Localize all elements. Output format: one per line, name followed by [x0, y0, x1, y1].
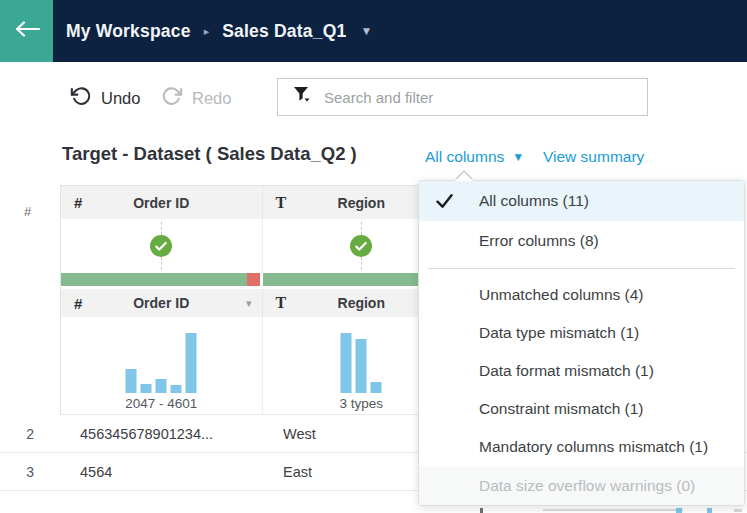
breadcrumb-separator-icon: ▸: [204, 25, 210, 38]
menu-item-label: Constraint mismatch (1): [479, 400, 644, 418]
occluded-row-fragment: [676, 508, 682, 513]
cell-order-id: 456345678901234...: [80, 415, 213, 452]
order-id-histogram: [126, 333, 197, 393]
menu-item-label: All columns (11): [479, 192, 589, 210]
columns-filter-caret-icon: ▼: [512, 150, 524, 164]
histogram-bar[interactable]: [156, 379, 167, 393]
source-column-header-order-id[interactable]: # Order ID ▾: [61, 289, 263, 317]
value-range-label: 2047 - 4601: [61, 396, 262, 411]
page-title: Target - Dataset ( Sales Data_Q2 ): [62, 143, 357, 165]
histogram-bar[interactable]: [341, 333, 352, 393]
mapping-status-row: [61, 219, 461, 273]
redo-label: Redo: [192, 89, 231, 108]
mapped-check-icon: [350, 235, 372, 257]
number-type-icon: #: [74, 194, 82, 211]
filter-funnel-icon[interactable]: [293, 85, 311, 109]
menu-item[interactable]: All columns (11): [419, 181, 744, 221]
menu-item-label: Data format mismatch (1): [479, 362, 654, 380]
redo-button[interactable]: Redo: [161, 85, 231, 111]
cell-region: East: [283, 453, 312, 490]
breadcrumb-dataset[interactable]: Sales Data_Q1: [222, 21, 346, 42]
histogram-bar[interactable]: [126, 369, 137, 393]
view-summary-link[interactable]: View summary: [543, 148, 644, 166]
column-matching-grid: # Order ID T Region: [60, 185, 461, 415]
column-name: Order ID: [133, 195, 189, 211]
match-quality-bar: [61, 273, 263, 286]
match-quality-bar-row: [61, 273, 461, 286]
cell-region: West: [283, 415, 316, 452]
menu-item[interactable]: Data type mismatch (1): [419, 314, 744, 352]
undo-label: Undo: [101, 89, 140, 108]
target-header-row: # Order ID T Region: [61, 186, 461, 219]
region-histogram: [341, 333, 382, 393]
occluded-row-fragment: [707, 508, 712, 513]
occluded-row-fragment: [543, 509, 683, 511]
column-profile-row: 2047 - 4601 3 types: [61, 317, 461, 415]
occluded-row-fragment: [734, 509, 742, 512]
text-type-icon: T: [276, 194, 287, 212]
undo-button[interactable]: Undo: [70, 85, 140, 111]
menu-item-label: Unmatched columns (4): [479, 286, 644, 304]
columns-filter-label: All columns: [425, 148, 504, 166]
breadcrumb-workspace[interactable]: My Workspace: [66, 21, 191, 42]
menu-item-label: Mandatory columns mismatch (1): [479, 438, 708, 456]
breadcrumb: My Workspace ▸ Sales Data_Q1 ▼: [66, 0, 372, 62]
row-index-header: #: [24, 204, 31, 219]
back-arrow-icon: [14, 20, 40, 42]
histogram-cell-order-id: 2047 - 4601: [61, 317, 263, 414]
menu-item-label: Data size overflow warnings (0): [479, 477, 695, 495]
menu-item[interactable]: Mandatory columns mismatch (1): [419, 428, 744, 466]
menu-item-label: Data type mismatch (1): [479, 324, 639, 342]
histogram-bar[interactable]: [186, 333, 197, 393]
dataset-menu-caret-icon[interactable]: ▼: [360, 24, 372, 38]
histogram-bar[interactable]: [356, 339, 367, 393]
match-ok-segment[interactable]: [61, 273, 247, 286]
text-type-icon: T: [276, 294, 287, 312]
histogram-bar[interactable]: [171, 385, 182, 393]
search-and-filter-box[interactable]: [277, 78, 648, 116]
top-navigation-bar: My Workspace ▸ Sales Data_Q1 ▼: [0, 0, 747, 62]
redo-icon: [161, 85, 183, 111]
undo-icon: [70, 85, 92, 111]
menu-item[interactable]: Constraint mismatch (1): [419, 390, 744, 428]
column-menu-caret-icon[interactable]: ▾: [246, 297, 252, 310]
column-name: Region: [338, 195, 385, 211]
histogram-bar[interactable]: [141, 384, 152, 393]
menu-item[interactable]: Unmatched columns (4): [419, 276, 744, 314]
row-index: 3: [0, 453, 34, 490]
source-header-row: # Order ID ▾ T Region: [61, 289, 461, 317]
checkmark-icon: [436, 194, 453, 209]
histogram-bar[interactable]: [371, 382, 382, 393]
back-button[interactable]: [0, 0, 53, 62]
menu-item[interactable]: Data size overflow warnings (0): [419, 466, 744, 505]
search-input[interactable]: [322, 88, 616, 107]
number-type-icon: #: [74, 295, 82, 312]
mapping-cell-order-id: [61, 219, 263, 273]
menu-item[interactable]: Error columns (8): [419, 221, 744, 261]
columns-filter-menu: All columns (11)Error columns (8)Unmatch…: [418, 180, 745, 506]
mapped-check-icon: [150, 235, 172, 257]
columns-filter-dropdown-button[interactable]: All columns ▼: [425, 148, 524, 166]
target-column-header-order-id[interactable]: # Order ID: [61, 186, 263, 219]
menu-divider: [428, 268, 735, 269]
menu-item-label: Error columns (8): [479, 232, 599, 250]
column-name: Order ID: [133, 295, 189, 311]
column-name: Region: [338, 295, 385, 311]
occluded-row-fragment: [480, 508, 483, 513]
match-error-segment[interactable]: [247, 273, 261, 286]
dropdown-notch-icon: [455, 172, 473, 181]
menu-item[interactable]: Data format mismatch (1): [419, 352, 744, 390]
dataprep-target-view: My Workspace ▸ Sales Data_Q1 ▼ Undo Redo: [0, 0, 747, 513]
row-index: 2: [0, 415, 34, 452]
cell-order-id: 4564: [80, 453, 112, 490]
